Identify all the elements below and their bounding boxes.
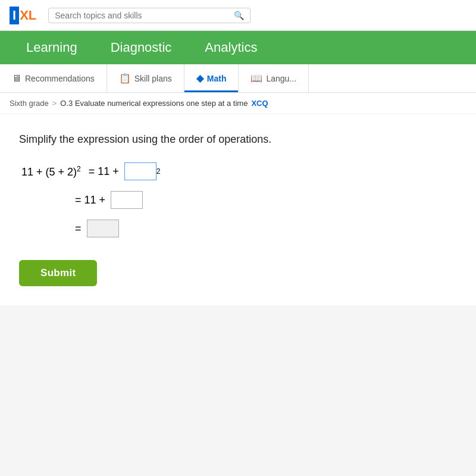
tab-skill-plans-label: Skill plans [134,74,172,83]
recommendations-icon: 🖥 [12,73,21,84]
question-instruction: Simplify the expression using the order … [19,133,457,146]
math-line-1: 11 + (5 + 2)2 = 11 + 2 [19,162,457,180]
math-expr-left: 11 + (5 + 2)2 [21,165,81,178]
nav-item-analytics[interactable]: Analytics [188,31,274,64]
exp-1: 2 [77,165,81,173]
tab-language-arts[interactable]: 📖 Langu... [239,64,309,92]
logo-xl: XL [20,8,36,23]
tab-recommendations[interactable]: 🖥 Recommendations [0,64,107,92]
breadcrumb-separator: > [52,99,57,108]
nav-item-diagnostic[interactable]: Diagnostic [94,31,189,64]
skill-plans-icon: 📋 [119,73,131,84]
logo: I XL [10,7,36,24]
breadcrumb-code: XCQ [251,99,268,108]
breadcrumb: Sixth grade > O.3 Evaluate numerical exp… [0,93,476,114]
breadcrumb-topic: O.3 Evaluate numerical expressions one s… [60,99,248,108]
input-step2[interactable] [111,191,143,209]
tab-skill-plans[interactable]: 📋 Skill plans [107,64,184,92]
nav-bar: Learning Diagnostic Analytics [0,31,476,64]
input-step1[interactable] [124,162,156,180]
math-icon: ◆ [196,73,203,84]
header: I XL 🔍 [0,0,476,31]
search-icon: 🔍 [234,11,244,20]
search-bar[interactable]: 🔍 [48,8,250,23]
breadcrumb-grade[interactable]: Sixth grade [10,99,49,108]
tabs-bar: 🖥 Recommendations 📋 Skill plans ◆ Math 📖… [0,64,476,93]
input-step3[interactable] [87,220,119,237]
tab-math-label: Math [207,74,227,83]
math-line-2: = 11 + [73,191,457,209]
math-equals-3: = [75,223,84,235]
nav-item-learning[interactable]: Learning [10,31,94,64]
math-equals-1: = 11 + [86,165,122,178]
search-input[interactable] [55,11,231,20]
math-equals-2: = 11 + [75,194,108,206]
language-arts-icon: 📖 [250,73,262,84]
tab-math[interactable]: ◆ Math [184,64,239,92]
tab-recommendations-label: Recommendations [25,74,95,83]
logo-i: I [10,7,19,24]
main-content: Simplify the expression using the order … [0,114,476,305]
submit-button[interactable]: Submit [19,260,97,286]
math-line-3: = [73,220,457,237]
tab-language-arts-label: Langu... [266,74,296,83]
exp-2: 2 [156,167,161,176]
